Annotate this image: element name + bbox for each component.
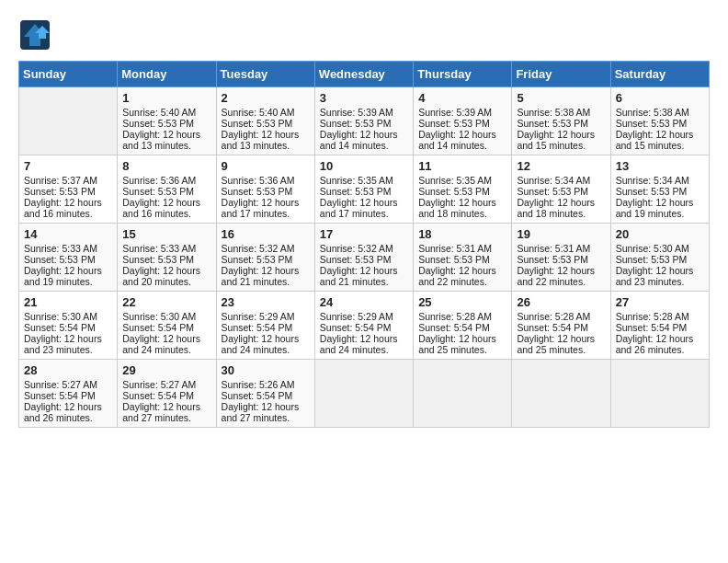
sunset-text: Sunset: 5:53 PM xyxy=(517,186,588,197)
daylight-text: Daylight: 12 hours and 22 minutes. xyxy=(517,265,595,287)
sunrise-text: Sunrise: 5:31 AM xyxy=(517,243,590,254)
daylight-text: Daylight: 12 hours and 27 minutes. xyxy=(122,401,200,423)
sunset-text: Sunset: 5:53 PM xyxy=(616,118,688,129)
sunrise-text: Sunrise: 5:30 AM xyxy=(24,311,97,322)
daylight-text: Daylight: 12 hours and 22 minutes. xyxy=(418,265,496,287)
day-number: 30 xyxy=(222,363,310,377)
day-number: 23 xyxy=(222,295,310,309)
daylight-text: Daylight: 12 hours and 17 minutes. xyxy=(320,197,398,219)
sunset-text: Sunset: 5:53 PM xyxy=(122,254,194,265)
daylight-text: Daylight: 12 hours and 13 minutes. xyxy=(222,129,300,151)
day-number: 17 xyxy=(320,227,408,241)
day-number: 1 xyxy=(122,91,210,105)
calendar-cell: 25Sunrise: 5:28 AMSunset: 5:54 PMDayligh… xyxy=(414,292,512,360)
day-number: 7 xyxy=(24,159,112,173)
calendar-header-row: SundayMondayTuesdayWednesdayThursdayFrid… xyxy=(19,62,710,87)
calendar-cell: 4Sunrise: 5:39 AMSunset: 5:53 PMDaylight… xyxy=(414,87,512,155)
calendar-cell: 9Sunrise: 5:36 AMSunset: 5:53 PMDaylight… xyxy=(216,155,314,224)
sunset-text: Sunset: 5:54 PM xyxy=(517,322,588,333)
sunset-text: Sunset: 5:53 PM xyxy=(418,118,490,129)
sunset-text: Sunset: 5:53 PM xyxy=(320,118,392,129)
calendar-cell xyxy=(314,360,413,428)
sunset-text: Sunset: 5:54 PM xyxy=(222,322,293,333)
day-number: 24 xyxy=(320,295,408,309)
sunrise-text: Sunrise: 5:26 AM xyxy=(222,379,295,390)
daylight-text: Daylight: 12 hours and 21 minutes. xyxy=(320,265,398,287)
day-number: 9 xyxy=(222,159,310,173)
calendar-cell: 7Sunrise: 5:37 AMSunset: 5:53 PMDaylight… xyxy=(19,155,118,224)
calendar-cell: 6Sunrise: 5:38 AMSunset: 5:53 PMDaylight… xyxy=(610,87,709,155)
sunset-text: Sunset: 5:54 PM xyxy=(616,322,688,333)
calendar-cell: 8Sunrise: 5:36 AMSunset: 5:53 PMDaylight… xyxy=(118,155,216,224)
daylight-text: Daylight: 12 hours and 23 minutes. xyxy=(616,265,694,287)
sunrise-text: Sunrise: 5:28 AM xyxy=(517,311,590,322)
sunset-text: Sunset: 5:53 PM xyxy=(616,186,688,197)
day-number: 4 xyxy=(418,91,506,105)
sunset-text: Sunset: 5:53 PM xyxy=(24,254,96,265)
weekday-header-thursday: Thursday xyxy=(414,62,512,87)
calendar-cell: 15Sunrise: 5:33 AMSunset: 5:53 PMDayligh… xyxy=(118,224,216,292)
day-number: 22 xyxy=(122,295,210,309)
sunrise-text: Sunrise: 5:38 AM xyxy=(517,107,590,118)
day-number: 16 xyxy=(222,227,310,241)
sunset-text: Sunset: 5:53 PM xyxy=(616,254,688,265)
day-number: 27 xyxy=(616,295,704,309)
sunrise-text: Sunrise: 5:31 AM xyxy=(418,243,492,254)
sunset-text: Sunset: 5:54 PM xyxy=(24,322,96,333)
day-number: 10 xyxy=(320,159,408,173)
sunrise-text: Sunrise: 5:30 AM xyxy=(616,243,689,254)
day-number: 3 xyxy=(320,91,408,105)
daylight-text: Daylight: 12 hours and 18 minutes. xyxy=(517,197,595,219)
daylight-text: Daylight: 12 hours and 15 minutes. xyxy=(517,129,595,151)
calendar-cell: 3Sunrise: 5:39 AMSunset: 5:53 PMDaylight… xyxy=(314,87,413,155)
calendar-cell: 21Sunrise: 5:30 AMSunset: 5:54 PMDayligh… xyxy=(19,292,118,360)
daylight-text: Daylight: 12 hours and 16 minutes. xyxy=(122,197,200,219)
calendar-table: SundayMondayTuesdayWednesdayThursdayFrid… xyxy=(18,61,710,428)
sunrise-text: Sunrise: 5:29 AM xyxy=(320,311,393,322)
daylight-text: Daylight: 12 hours and 14 minutes. xyxy=(418,129,496,151)
day-number: 8 xyxy=(122,159,210,173)
day-number: 11 xyxy=(418,159,506,173)
sunrise-text: Sunrise: 5:35 AM xyxy=(320,175,393,186)
sunrise-text: Sunrise: 5:39 AM xyxy=(418,107,492,118)
sunrise-text: Sunrise: 5:36 AM xyxy=(222,175,295,186)
day-number: 25 xyxy=(418,295,506,309)
daylight-text: Daylight: 12 hours and 13 minutes. xyxy=(122,129,200,151)
day-number: 14 xyxy=(24,227,112,241)
day-number: 15 xyxy=(122,227,210,241)
daylight-text: Daylight: 12 hours and 23 minutes. xyxy=(24,333,102,355)
calendar-week-row: 1Sunrise: 5:40 AMSunset: 5:53 PMDaylight… xyxy=(19,87,710,155)
daylight-text: Daylight: 12 hours and 21 minutes. xyxy=(222,265,300,287)
calendar-cell: 12Sunrise: 5:34 AMSunset: 5:53 PMDayligh… xyxy=(512,155,610,224)
day-number: 12 xyxy=(517,159,605,173)
daylight-text: Daylight: 12 hours and 24 minutes. xyxy=(320,333,398,355)
calendar-week-row: 28Sunrise: 5:27 AMSunset: 5:54 PMDayligh… xyxy=(19,360,710,428)
sunrise-text: Sunrise: 5:32 AM xyxy=(320,243,393,254)
calendar-cell: 27Sunrise: 5:28 AMSunset: 5:54 PMDayligh… xyxy=(610,292,709,360)
sunrise-text: Sunrise: 5:40 AM xyxy=(222,107,295,118)
sunrise-text: Sunrise: 5:30 AM xyxy=(122,311,196,322)
sunrise-text: Sunrise: 5:27 AM xyxy=(122,379,196,390)
calendar-cell: 14Sunrise: 5:33 AMSunset: 5:53 PMDayligh… xyxy=(19,224,118,292)
logo xyxy=(18,18,57,52)
daylight-text: Daylight: 12 hours and 15 minutes. xyxy=(616,129,694,151)
calendar-cell: 17Sunrise: 5:32 AMSunset: 5:53 PMDayligh… xyxy=(314,224,413,292)
calendar-cell: 5Sunrise: 5:38 AMSunset: 5:53 PMDaylight… xyxy=(512,87,610,155)
daylight-text: Daylight: 12 hours and 26 minutes. xyxy=(24,401,102,423)
sunrise-text: Sunrise: 5:39 AM xyxy=(320,107,393,118)
daylight-text: Daylight: 12 hours and 16 minutes. xyxy=(24,197,102,219)
calendar-cell: 13Sunrise: 5:34 AMSunset: 5:53 PMDayligh… xyxy=(610,155,709,224)
sunrise-text: Sunrise: 5:35 AM xyxy=(418,175,492,186)
day-number: 21 xyxy=(24,295,112,309)
sunset-text: Sunset: 5:54 PM xyxy=(418,322,490,333)
calendar-cell: 24Sunrise: 5:29 AMSunset: 5:54 PMDayligh… xyxy=(314,292,413,360)
daylight-text: Daylight: 12 hours and 24 minutes. xyxy=(222,333,300,355)
sunrise-text: Sunrise: 5:33 AM xyxy=(24,243,97,254)
sunset-text: Sunset: 5:54 PM xyxy=(122,390,194,401)
day-number: 18 xyxy=(418,227,506,241)
calendar-week-row: 7Sunrise: 5:37 AMSunset: 5:53 PMDaylight… xyxy=(19,155,710,224)
sunrise-text: Sunrise: 5:36 AM xyxy=(122,175,196,186)
day-number: 6 xyxy=(616,91,704,105)
daylight-text: Daylight: 12 hours and 18 minutes. xyxy=(418,197,496,219)
calendar-cell: 11Sunrise: 5:35 AMSunset: 5:53 PMDayligh… xyxy=(414,155,512,224)
